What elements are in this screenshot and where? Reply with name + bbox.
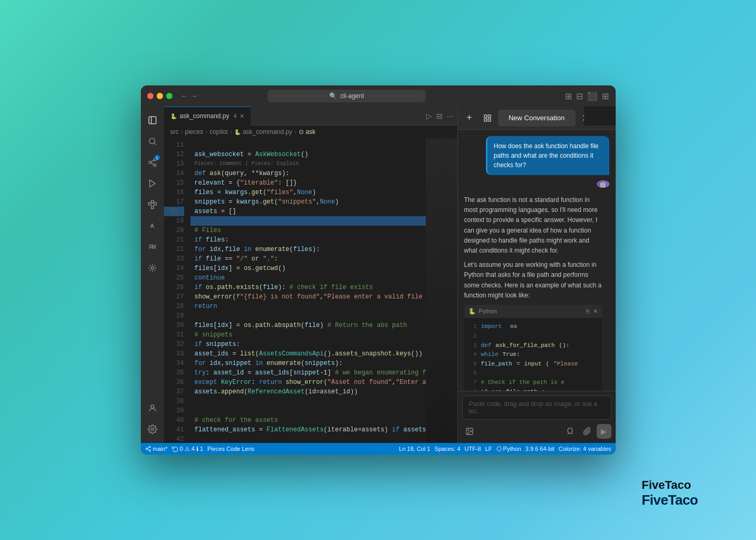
copy-code-icon[interactable]: ⎘ — [586, 307, 590, 316]
svg-point-3 — [149, 161, 151, 164]
ai-response-para2: Let's assume you are working with a func… — [464, 260, 602, 301]
chat-input[interactable]: Paste code, drag and drop an image, or a… — [462, 396, 611, 420]
svg-point-10 — [151, 267, 154, 269]
indentation[interactable]: Spaces: 4 — [435, 446, 461, 452]
sidebar-item-settings[interactable] — [143, 420, 162, 439]
brand-container: FiveTaco FiveTaco — [642, 478, 698, 508]
emoji-button[interactable]: Ω — [563, 424, 578, 439]
svg-point-21 — [149, 450, 150, 451]
chat-input-placeholder: Paste code, drag and drop an image, or a… — [469, 400, 605, 415]
status-sync[interactable]: 0 ⚠ 4 ℹ 1 — [172, 446, 203, 452]
colorize-vars[interactable]: Colorize: 4 variables — [559, 446, 611, 452]
language-mode[interactable]: Python — [496, 446, 521, 452]
forward-arrow[interactable]: → — [190, 92, 198, 100]
sidebar-item-plugin[interactable] — [143, 258, 162, 277]
python-version[interactable]: 3.9.6 64-bit — [525, 446, 554, 452]
code-block-lang-label: Python — [479, 307, 497, 316]
pieces-chat: How does the ask function handle file pa… — [458, 130, 616, 391]
status-info-icon: ℹ — [196, 446, 198, 452]
minimize-button[interactable] — [157, 93, 163, 99]
attachment-button[interactable] — [580, 424, 595, 439]
image-input-button[interactable] — [462, 424, 477, 439]
code-block-body: 1import os 2 3def ask_for_file_path(): 4… — [464, 318, 602, 391]
status-error-count: 0 — [180, 446, 183, 452]
svg-point-18 — [467, 430, 468, 431]
sidebar-item-pieces[interactable]: FM — [143, 237, 162, 256]
code-preview-thumbnail — [584, 107, 616, 126]
breadcrumb-part-3[interactable]: copilot — [209, 128, 228, 136]
python-file-icon: 🐍 — [170, 113, 177, 119]
code-block-header: 🐍 Python ⎘ ✕ — [464, 305, 602, 319]
svg-point-19 — [149, 446, 150, 448]
main-content: 1 A FM 🐍 — [141, 107, 616, 443]
close-button[interactable] — [147, 93, 154, 99]
pieces-view-toggle[interactable] — [480, 111, 495, 126]
ai-response-para1: The ask function is not a standard funct… — [464, 195, 602, 256]
back-arrow[interactable]: ← — [181, 92, 188, 100]
layout-icon-3[interactable]: ⬛ — [587, 91, 598, 101]
tab-label: ask_command.py — [180, 112, 229, 120]
activity-bar: 1 A FM — [141, 107, 164, 443]
svg-marker-5 — [149, 180, 155, 187]
sidebar-item-extensions[interactable] — [143, 195, 162, 214]
ai-avatar: 🤖 — [597, 180, 609, 188]
user-message-text: How does the ask function handle file pa… — [494, 142, 599, 169]
sidebar-item-run[interactable] — [143, 174, 162, 193]
status-warning-icon: ⚠ — [185, 446, 190, 452]
language-label: Python — [503, 446, 521, 452]
encoding[interactable]: UTF-8 — [465, 446, 481, 452]
tab-close-button[interactable]: × — [240, 112, 244, 120]
close-code-icon[interactable]: ✕ — [593, 307, 598, 316]
cursor-position[interactable]: Ln 18, Col 1 — [399, 446, 430, 452]
status-bar: main* 0 ⚠ 4 ℹ 1 Pieces Code Lens Ln 18, … — [141, 443, 616, 455]
layout-icon-2[interactable]: ⊟ — [576, 91, 583, 101]
layout-icon-1[interactable]: ⊞ — [565, 91, 572, 101]
line-ending[interactable]: LF — [485, 446, 492, 452]
new-conversation-button[interactable]: New Conversation — [498, 110, 576, 127]
status-warning-count: 4 — [192, 446, 195, 452]
pieces-add-button[interactable]: + — [462, 111, 477, 126]
code-content: ask_websocket = AskWebsocket() Pieces: C… — [190, 138, 426, 443]
sidebar-item-account[interactable] — [143, 399, 162, 418]
ai-message: The ask function is not a standard funct… — [464, 195, 602, 391]
address-text: cli-agent — [340, 92, 364, 100]
more-icon[interactable]: ··· — [447, 112, 453, 120]
send-button[interactable]: ▶ — [597, 424, 611, 439]
run-icon[interactable]: ▷ — [426, 112, 432, 120]
svg-rect-6 — [148, 202, 151, 205]
breadcrumb-symbol[interactable]: ⊙ ask — [299, 128, 315, 136]
sidebar-item-test[interactable]: A — [143, 216, 162, 235]
maximize-button[interactable] — [166, 93, 173, 99]
pieces-settings[interactable]: Pieces Code Lens — [207, 446, 254, 452]
svg-point-20 — [146, 448, 147, 450]
breadcrumb-part-2[interactable]: pieces — [185, 128, 204, 136]
search-icon: 🔍 — [329, 92, 337, 100]
breadcrumb-part-1[interactable]: src — [170, 128, 179, 136]
traffic-lights — [147, 93, 173, 99]
sidebar-item-git[interactable]: 1 — [143, 153, 162, 172]
code-block-language: 🐍 Python — [468, 307, 497, 316]
svg-rect-16 — [488, 119, 491, 121]
sidebar-item-search[interactable] — [143, 132, 162, 151]
layout-icon-4[interactable]: ⊞ — [602, 91, 609, 101]
code-block-actions: ⎘ ✕ — [586, 307, 598, 316]
pieces-panel: + New Conversation ✕ ⋮ How does the ask … — [457, 107, 616, 443]
user-message: How does the ask function handle file pa… — [486, 136, 609, 175]
editor-tab[interactable]: 🐍 ask_command.py 4 × — [164, 107, 251, 126]
nav-arrows: ← → — [181, 92, 198, 100]
titlebar: ← → 🔍 cli-agent ⊞ ⊟ ⬛ ⊞ — [141, 85, 616, 107]
svg-point-12 — [151, 428, 154, 431]
status-info-count: 1 — [200, 446, 203, 452]
tab-number: 4 — [234, 113, 237, 119]
split-icon[interactable]: ⊟ — [436, 112, 443, 120]
brand-display: FiveTaco — [642, 492, 698, 508]
code-editor[interactable]: 11 12 13 14 15 16 17 18 19 20 21 22 23 2… — [164, 138, 457, 443]
breadcrumb-file[interactable]: ask_command.py — [243, 128, 292, 136]
git-badge: 1 — [155, 155, 160, 160]
address-bar[interactable]: 🔍 cli-agent — [267, 90, 426, 102]
svg-point-11 — [151, 405, 154, 408]
tab-bar: 🐍 ask_command.py 4 × ▷ ⊟ ··· — [164, 107, 457, 126]
sidebar-item-explorer[interactable] — [143, 111, 162, 130]
status-branch[interactable]: main* — [145, 446, 168, 452]
colorize-label: Colorize: 4 variables — [559, 446, 611, 452]
